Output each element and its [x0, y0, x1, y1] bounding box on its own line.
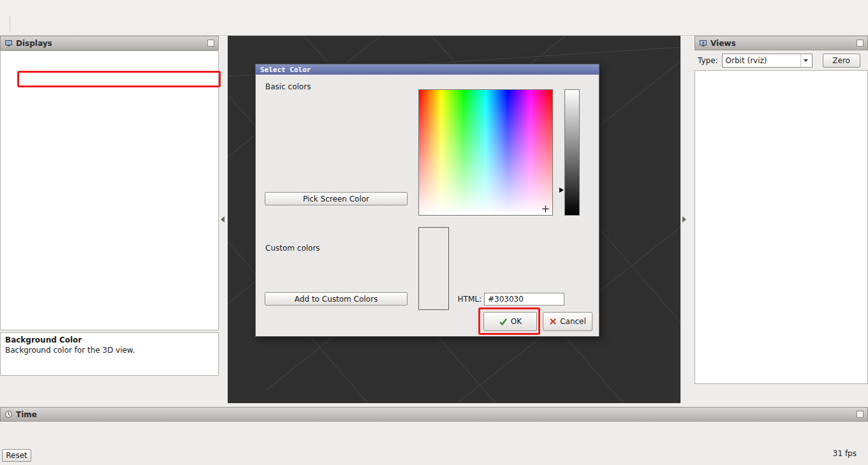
displays-panel: Displays Background Color Background col…: [0, 36, 219, 403]
color-picker-crosshair[interactable]: [542, 205, 549, 212]
menubar: [0, 0, 868, 12]
displays-panel-header: Displays: [0, 36, 219, 50]
displays-icon: [4, 39, 13, 47]
ok-icon: [499, 317, 508, 326]
displays-title: Displays: [16, 39, 52, 48]
fps-counter: 31 fps: [833, 449, 857, 458]
html-color-input[interactable]: #303030: [484, 293, 564, 306]
cancel-icon: [549, 318, 557, 325]
time-title: Time: [16, 410, 37, 419]
color-preview: [418, 227, 449, 310]
view-type-value: Orbit (rviz): [726, 56, 767, 65]
toolbar: [0, 12, 868, 36]
cancel-button[interactable]: Cancel: [543, 312, 592, 331]
time-fields: [0, 422, 868, 447]
reset-button[interactable]: Reset: [2, 449, 31, 462]
views-panel-header: Views: [695, 36, 868, 50]
dialog-titlebar[interactable]: Select Color: [256, 64, 599, 75]
dialog-title: Select Color: [260, 66, 311, 74]
views-panel: Views Type: Orbit (rviz) Zero: [695, 36, 868, 403]
view-type-row: Type: Orbit (rviz) Zero: [695, 54, 868, 68]
time-panel: Time: [0, 407, 868, 447]
description-text: Background color for the 3D view.: [5, 346, 214, 355]
hue-saturation-picker[interactable]: [418, 89, 553, 216]
select-color-dialog: Select Color Basic colors Pick Screen Co…: [255, 64, 600, 337]
ok-button[interactable]: OK: [483, 312, 537, 331]
description-title: Background Color: [5, 336, 214, 344]
ok-label: OK: [511, 317, 522, 326]
views-float-button[interactable]: [857, 40, 864, 47]
view-type-dropdown[interactable]: Orbit (rviz): [722, 54, 813, 68]
right-panel-collapse-handle[interactable]: [682, 216, 686, 223]
left-panel-collapse-handle[interactable]: [221, 216, 224, 223]
pick-screen-color-button[interactable]: Pick Screen Color: [265, 192, 408, 205]
dropdown-caret-icon: [800, 54, 811, 67]
views-title: Views: [710, 39, 736, 48]
clock-icon: [4, 410, 13, 418]
html-label: HTML:: [446, 295, 482, 304]
display-description-panel: Background Color Background color for th…: [0, 332, 219, 376]
displays-tree: [0, 50, 219, 330]
toolbar-separator: [10, 16, 10, 31]
value-slider-handle[interactable]: [559, 188, 564, 193]
time-float-button[interactable]: [857, 411, 864, 418]
views-tree: [695, 70, 868, 384]
time-panel-header: Time: [0, 407, 868, 422]
cancel-label: Cancel: [560, 317, 586, 326]
custom-colors-label: Custom colors: [265, 244, 320, 253]
add-to-custom-colors-button[interactable]: Add to Custom Colors: [265, 292, 408, 306]
views-icon: [699, 39, 707, 47]
zero-button[interactable]: Zero: [823, 54, 860, 68]
displays-float-button[interactable]: [207, 40, 214, 47]
view-type-label: Type:: [698, 56, 718, 65]
basic-colors-label: Basic colors: [265, 82, 311, 91]
value-slider[interactable]: [564, 89, 580, 216]
